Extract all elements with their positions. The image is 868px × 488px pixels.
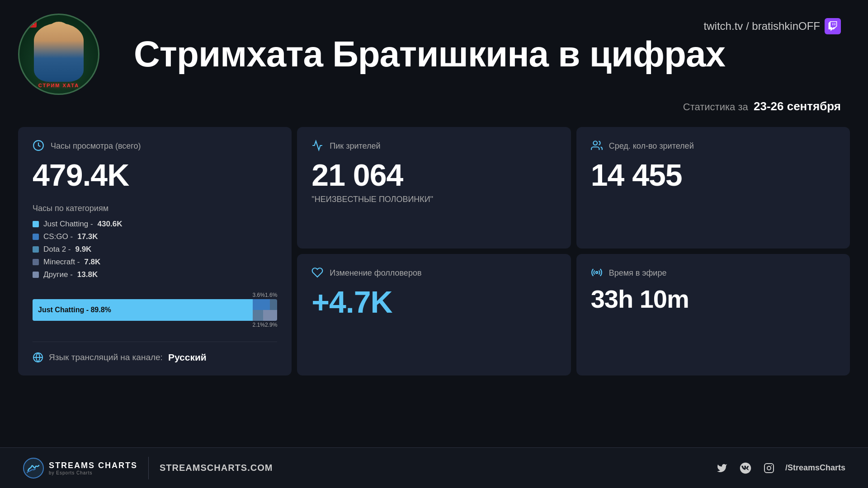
followers-label: Изменение фолловеров (330, 268, 421, 278)
category-value: 17.3K (77, 232, 98, 241)
category-name: Другие - (43, 270, 73, 279)
watch-hours-label: Часы просмотра (всего) (51, 141, 141, 151)
bar-chart: Just Chatting - 89.8% (33, 299, 277, 321)
peak-viewers-card: Пик зрителей 21 064 "НЕИЗВЕСТНЫЕ ПОЛОВИН… (297, 127, 571, 249)
footer-divider (148, 457, 149, 479)
avatar-body (34, 23, 84, 82)
category-value: 430.6K (98, 220, 123, 229)
list-item: Just Chatting - 430.6K (33, 220, 277, 229)
footer-left: STREAMS CHARTS by Esports Charts STREAMS… (23, 457, 273, 479)
peak-viewers-value: 21 064 (311, 160, 556, 190)
left-card: Часы просмотра (всего) 479.4K Часы по ка… (18, 127, 292, 375)
subtitle-dates: 23-26 сентября (754, 99, 841, 113)
bar-dota-top (270, 299, 278, 310)
list-item: CS:GO - 17.3K (33, 232, 277, 241)
category-dot (33, 259, 39, 265)
list-item: Minecraft - 7.8K (33, 258, 277, 267)
bar-label: 2.9% (265, 322, 277, 328)
category-value: 9.9K (75, 245, 91, 254)
category-name: Just Chatting - (43, 220, 93, 229)
globe-icon (33, 352, 43, 363)
right-grid: Пик зрителей 21 064 "НЕИЗВЕСТНЫЕ ПОЛОВИН… (297, 127, 850, 375)
avg-viewers-header: Сред. кол-во зрителей (591, 140, 835, 152)
social-handle: /StreamsCharts (785, 463, 845, 473)
svg-point-4 (595, 272, 597, 273)
broadcast-icon (591, 267, 604, 279)
page-title: Стримхата Братишкина в цифрах (18, 33, 841, 75)
streams-charts-logo: STREAMS CHARTS by Esports Charts (23, 457, 137, 479)
category-value: 7.8K (84, 258, 100, 267)
peak-viewers-header: Пик зрителей (311, 140, 556, 152)
category-name: Dota 2 - (43, 245, 71, 254)
footer-url: STREAMSCHARTS.COM (160, 463, 273, 473)
list-item: Другие - 13.8K (33, 270, 277, 279)
svg-point-8 (771, 465, 772, 466)
sc-icon (23, 457, 44, 479)
brand-sub: by Esports Charts (49, 470, 137, 475)
footer-right: /StreamsCharts (715, 461, 845, 475)
list-item: Dota 2 - 9.9K (33, 245, 277, 254)
twitch-url: twitch.tv / bratishkinOFF (704, 20, 820, 33)
followers-header: Изменение фолловеров (311, 267, 556, 279)
bar-main-label: Just Chatting - 89.8% (38, 306, 111, 314)
bar-mc-bottom (253, 310, 263, 321)
category-dot (33, 272, 39, 278)
subtitle-bar: Статистика за 23-26 сентября (0, 99, 868, 122)
logo-text: СТРИМ ХАТА (19, 83, 98, 88)
airtime-header: Время в эфире (591, 267, 835, 279)
bar-main-segment: Just Chatting - 89.8% (33, 299, 253, 321)
svg-rect-6 (764, 464, 774, 473)
watch-hours-header: Часы просмотра (всего) (33, 140, 277, 152)
category-name: CS:GO - (43, 232, 73, 241)
footer: STREAMS CHARTS by Esports Charts STREAMS… (0, 447, 868, 488)
twitch-info: twitch.tv / bratishkinOFF (704, 18, 841, 34)
twitch-icon (825, 18, 841, 34)
followers-card: Изменение фолловеров +4.7K (297, 254, 571, 375)
subtitle-prefix: Статистика за (683, 101, 748, 113)
twitter-icon[interactable] (715, 461, 729, 475)
live-badge: LIVE (23, 19, 37, 28)
category-dot (33, 234, 39, 240)
svg-point-7 (767, 466, 771, 470)
category-value: 13.8K (77, 270, 98, 279)
bar-label: 2.1% (253, 322, 265, 328)
bar-chart-container: 3.6% 1.6% Just Chatting - 89.8% (33, 292, 277, 328)
header: LIVE СТРИМ ХАТА Стримхата Братишкина в ц… (0, 0, 868, 99)
language-row: Язык трансляций на канале: Русский (33, 342, 277, 363)
clock-icon (33, 140, 45, 152)
avg-viewers-value: 14 455 (591, 160, 835, 190)
bar-label: 1.6% (265, 292, 277, 298)
avg-icon (591, 140, 604, 152)
bar-label: 3.6% (253, 292, 265, 298)
avg-viewers-label: Сред. кол-во зрителей (609, 141, 694, 151)
bar-cs-top (253, 299, 269, 310)
instagram-icon[interactable] (762, 461, 776, 475)
svg-point-5 (24, 458, 43, 478)
avg-viewers-card: Сред. кол-во зрителей 14 455 (576, 127, 850, 249)
airtime-card: Время в эфире 33h 10m (576, 254, 850, 375)
category-dot (33, 246, 39, 253)
category-name: Minecraft - (43, 258, 80, 267)
peak-icon (311, 140, 324, 152)
stats-grid: Часы просмотра (всего) 479.4K Часы по ка… (0, 127, 868, 375)
peak-viewers-label: Пик зрителей (330, 141, 380, 151)
category-dot (33, 221, 39, 227)
peak-viewers-sublabel: "НЕИЗВЕСТНЫЕ ПОЛОВИНКИ" (311, 195, 556, 204)
sc-text: STREAMS CHARTS by Esports Charts (49, 461, 137, 475)
airtime-value: 33h 10m (591, 286, 835, 312)
vk-icon[interactable] (738, 461, 753, 475)
bar-other-bottom (263, 310, 277, 321)
airtime-label: Время в эфире (609, 268, 667, 278)
categories-label: Часы по категориям (33, 204, 277, 213)
brand-name: STREAMS CHARTS (49, 461, 137, 470)
categories-section: Часы по категориям Just Chatting - 430.6… (33, 204, 277, 283)
channel-logo: LIVE СТРИМ ХАТА (18, 14, 99, 95)
language-label: Язык трансляций на канале: (49, 352, 163, 362)
followers-value: +4.7K (311, 286, 556, 317)
language-value: Русский (168, 352, 207, 363)
svg-point-3 (593, 141, 597, 145)
watch-hours-section: Часы просмотра (всего) 479.4K (33, 140, 277, 190)
watch-hours-value: 479.4K (33, 160, 277, 190)
heart-icon (311, 267, 324, 279)
